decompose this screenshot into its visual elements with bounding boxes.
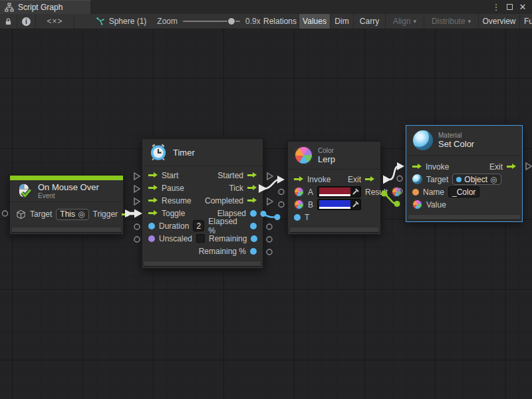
color-port-icon[interactable]	[294, 200, 304, 209]
code-view-button[interactable]: <×>	[36, 14, 74, 29]
eyedropper-icon[interactable]	[352, 201, 359, 208]
flow-output-icon[interactable]	[365, 176, 374, 183]
port-label: T	[305, 213, 309, 222]
node-on-mouse-over[interactable]: On Mouse Over Event Target This ◎ Trigge…	[9, 175, 124, 235]
zoom-slider-handle[interactable]	[227, 17, 235, 25]
port-duration-input[interactable]	[134, 224, 140, 229]
name-value-field[interactable]: _Color	[448, 186, 479, 198]
node-category: Color	[318, 147, 335, 154]
target-this-field[interactable]: This ◎	[56, 209, 88, 220]
toolbar-button-dim[interactable]: Dim	[331, 14, 354, 29]
port-label: B	[308, 200, 313, 209]
unscaled-checkbox[interactable]	[196, 234, 205, 243]
trigger-flow-output-icon[interactable]	[122, 211, 131, 218]
value-input-icon[interactable]	[148, 223, 155, 229]
graph-canvas[interactable]: On Mouse Over Event Target This ◎ Trigge…	[0, 29, 532, 399]
port-b-input[interactable]	[279, 202, 284, 207]
flow-output-icon[interactable]	[247, 197, 257, 204]
port-label: Remaining	[209, 234, 247, 243]
node-color-lerp[interactable]: Color Lerp Invoke Exit A	[287, 141, 381, 235]
value-output-icon[interactable]	[250, 248, 257, 255]
node-title: On Mouse Over	[38, 182, 99, 192]
flow-input-icon[interactable]	[294, 176, 303, 183]
flow-input-icon[interactable]	[148, 172, 158, 179]
value-output-icon[interactable]	[250, 223, 257, 229]
color-wheel-icon	[295, 146, 313, 164]
toolbar-button-distribute[interactable]: Distribute ▾	[424, 14, 479, 29]
zoom-slider[interactable]	[183, 21, 240, 22]
node-set-color[interactable]: Material Set Color Invoke Exit Target Ob…	[406, 125, 523, 222]
port-target-input[interactable]	[397, 176, 402, 182]
port-elapsed-pct-output[interactable]	[267, 224, 272, 229]
color-port-icon[interactable]	[412, 200, 422, 209]
node-title: Timer	[173, 148, 195, 158]
kebab-menu-icon[interactable]: ⋮	[491, 2, 501, 13]
port-resume-input[interactable]	[134, 198, 140, 205]
toolbar-button-align[interactable]: Align ▾	[386, 14, 424, 29]
flow-input-icon[interactable]	[412, 163, 422, 170]
target-object-field[interactable]: Object ◎	[452, 174, 501, 185]
toolbar-button-full-screen[interactable]: Full Screen	[520, 14, 532, 29]
toolbar-button-relations[interactable]: Relations	[261, 14, 299, 29]
port-target-input[interactable]	[3, 211, 8, 216]
port-pause-input[interactable]	[134, 186, 140, 192]
value-output-icon[interactable]	[251, 235, 257, 242]
port-completed-output[interactable]	[267, 198, 273, 205]
info-button[interactable]: i	[17, 14, 36, 29]
toolbar-button-carry[interactable]: Carry	[354, 14, 386, 29]
port-start-input[interactable]	[134, 173, 140, 180]
value-input-icon[interactable]	[148, 235, 155, 242]
flow-output-icon[interactable]	[247, 184, 257, 192]
port-unscaled-input[interactable]	[134, 237, 140, 242]
node-timer[interactable]: Timer Start Started Pause Tick	[142, 138, 263, 269]
mouse-over-event-icon	[15, 182, 33, 200]
color-port-icon[interactable]	[294, 187, 304, 197]
wire-elapsed-to-t[interactable]	[261, 211, 281, 220]
flow-output-icon[interactable]	[507, 163, 516, 170]
node-footer	[11, 227, 122, 233]
flow-input-icon[interactable]	[148, 209, 158, 217]
flow-output-icon[interactable]	[247, 172, 257, 179]
material-port-icon[interactable]	[412, 174, 422, 184]
port-label: Result	[365, 188, 388, 197]
close-icon[interactable]: ✕	[517, 2, 528, 13]
graph-tree-icon	[5, 3, 14, 12]
color-b-field[interactable]	[317, 199, 361, 210]
port-label: Elapsed %	[208, 217, 246, 235]
flow-input-icon[interactable]	[148, 197, 158, 204]
node-category: Material	[438, 132, 474, 139]
toolbar-button-overview[interactable]: Overview	[479, 14, 520, 29]
port-started-output[interactable]	[267, 173, 273, 180]
tab-script-graph[interactable]: Script Graph	[0, 0, 90, 14]
port-label: Completed	[205, 196, 243, 205]
value-input-icon[interactable]	[294, 214, 301, 221]
context-object-label: Sphere (1)	[109, 17, 147, 26]
button-label: Values	[303, 17, 327, 26]
color-output-icon[interactable]	[392, 187, 402, 197]
maximize-icon[interactable]	[504, 2, 515, 13]
object-picker-icon: ◎	[490, 176, 497, 184]
wire-exit-to-invoke[interactable]	[383, 162, 404, 184]
eyedropper-icon[interactable]	[352, 188, 359, 196]
color-a-field[interactable]	[317, 186, 361, 198]
port-remaining-output[interactable]	[267, 237, 272, 242]
trigger-port-label: Trigger	[93, 209, 118, 219]
port-label: Invoke	[307, 175, 331, 184]
alpha-bar	[319, 194, 350, 196]
lock-button[interactable]	[0, 14, 17, 29]
port-label: Pause	[162, 184, 184, 193]
node-title: Lerp	[318, 154, 335, 164]
value-input-icon[interactable]	[412, 189, 419, 196]
flow-input-icon[interactable]	[148, 184, 158, 192]
duration-value: 2	[197, 221, 201, 231]
port-exit-output[interactable]	[526, 163, 531, 170]
toolbar-button-values[interactable]: Values	[299, 14, 331, 29]
port-remaining-pct-output[interactable]	[267, 249, 272, 255]
graph-context-breadcrumb[interactable]: Sphere (1)	[85, 14, 157, 29]
code-icon: <×>	[47, 17, 63, 26]
port-a-input[interactable]	[279, 190, 284, 195]
material-sphere-icon	[413, 130, 433, 150]
value-output-icon[interactable]	[250, 210, 257, 217]
duration-value-field[interactable]: 2	[193, 220, 204, 231]
port-label: A	[308, 188, 313, 197]
